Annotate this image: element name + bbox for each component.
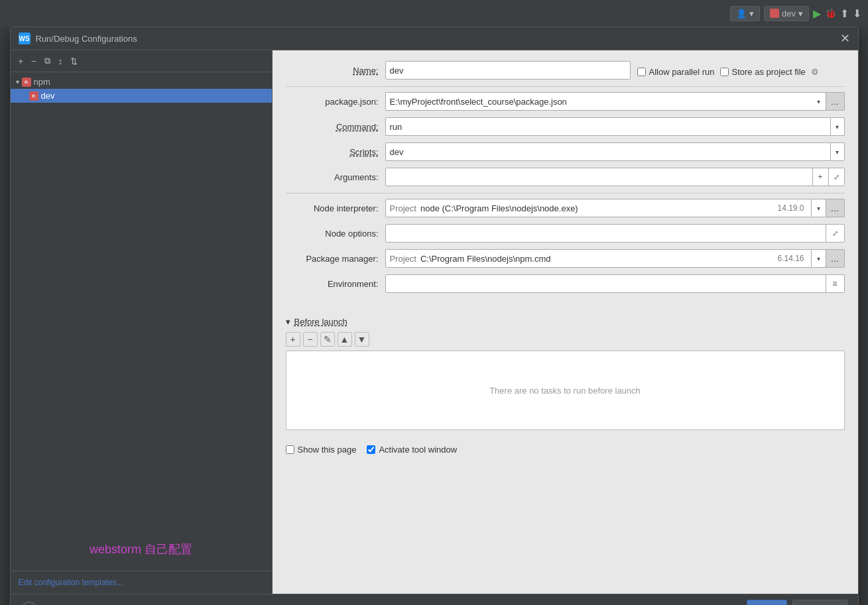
run-button[interactable]: ▶ — [813, 7, 821, 20]
before-launch-add-button[interactable]: + — [286, 332, 300, 347]
help-button[interactable]: ? — [21, 602, 37, 605]
name-label: Name: — [286, 66, 379, 76]
arguments-expand-button[interactable]: ⤢ — [829, 168, 845, 186]
edit-config-templates-link[interactable]: Edit configuration templates... — [11, 571, 272, 594]
command-dropdown-button[interactable]: ▾ — [830, 117, 845, 136]
form-section: Name: Allow parallel run Store as projec… — [273, 50, 858, 310]
show-page-label: Show this page — [298, 445, 357, 455]
dialog-titlebar: WS Run/Debug Configurations ✕ — [11, 27, 858, 50]
activate-tool-checkbox[interactable] — [367, 445, 375, 454]
tree-group-npm[interactable]: ▾ n npm — [11, 75, 272, 89]
parallel-run-section: Allow parallel run Store as project file… — [637, 64, 819, 77]
arguments-row: Arguments: + ⤢ — [286, 168, 845, 186]
command-value: run — [385, 117, 830, 136]
node-options-row: Node options: ⤢ — [286, 224, 845, 243]
copy-icon: ⧉ — [44, 56, 50, 66]
scripts-dropdown-button[interactable]: ▾ — [830, 142, 845, 161]
pkg-version-label: 6.14.16 — [777, 254, 806, 263]
node-options-field-group: ⤢ — [385, 224, 845, 243]
move-config-button[interactable]: ↕ — [56, 55, 66, 68]
ok-button[interactable]: OK — [747, 600, 787, 605]
node-options-expand-button[interactable]: ⤢ — [826, 224, 845, 243]
top-bar: 👤 ▾ dev ▾ ▶ 🐞 ⬆ ⬇ — [0, 0, 868, 27]
environment-field-group: ≡ — [385, 274, 845, 293]
command-label: Command: — [286, 122, 379, 132]
cancel-button[interactable]: Cancel — [792, 600, 847, 605]
profile-coverage-button[interactable]: ⬆ — [840, 7, 849, 20]
store-project-settings-icon[interactable]: ⚙ — [811, 67, 819, 77]
package-json-field-group: E:\myProject\front\select_course\package… — [385, 92, 845, 111]
package-json-browse-button[interactable]: … — [826, 92, 845, 111]
before-launch-section: ▾ Before launch + − ✎ ▲ ▼ There are no t… — [273, 310, 858, 437]
store-project-label[interactable]: Store as project file — [720, 67, 806, 77]
node-interpreter-row: Node interpreter: Project node (C:\Progr… — [286, 199, 845, 217]
store-project-checkbox[interactable] — [720, 68, 729, 76]
before-launch-up-button[interactable]: ▲ — [338, 332, 352, 347]
node-version-label: 14.19.0 — [777, 203, 806, 213]
scripts-field-group: dev ▾ — [385, 142, 845, 161]
node-options-input[interactable] — [385, 224, 826, 243]
separator-2 — [286, 193, 845, 193]
node-interpreter-dropdown-button[interactable]: ▾ — [812, 199, 826, 217]
add-config-button[interactable]: + — [16, 55, 27, 68]
config-arrow: ▾ — [798, 9, 803, 19]
allow-parallel-checkbox[interactable] — [637, 68, 646, 76]
node-project-tag: Project — [390, 203, 416, 213]
copy-config-button[interactable]: ⧉ — [42, 54, 53, 68]
dev-config-button[interactable]: dev ▾ — [764, 6, 809, 21]
node-interpreter-browse-button[interactable]: … — [826, 199, 845, 217]
before-launch-edit-button[interactable]: ✎ — [320, 332, 335, 347]
show-page-checkbox[interactable] — [286, 445, 294, 454]
tree-arrow-icon: ▾ — [16, 78, 19, 85]
close-button[interactable]: ✕ — [840, 32, 850, 44]
environment-browse-button[interactable]: ≡ — [826, 274, 845, 293]
node-interpreter-value: Project node (C:\Program Files\nodejs\no… — [385, 199, 812, 217]
environment-row: Environment: ≡ — [286, 274, 845, 293]
dialog-body: + − ⧉ ↕ ⇅ ▾ n npm — [11, 50, 858, 594]
right-panel: Name: Allow parallel run Store as projec… — [273, 50, 858, 594]
show-page-checkbox-label[interactable]: Show this page — [286, 445, 357, 455]
before-launch-remove-button[interactable]: − — [303, 332, 318, 347]
node-interpreter-label: Node interpreter: — [286, 203, 379, 213]
sort-icon: ⇅ — [70, 56, 78, 66]
more-actions-button[interactable]: ⬇ — [853, 7, 861, 20]
config-tree: ▾ n npm n dev — [11, 72, 272, 528]
profile-button[interactable]: 👤 ▾ — [730, 6, 760, 21]
scripts-row: Scripts: dev ▾ — [286, 142, 845, 161]
package-manager-label: Package manager: — [286, 254, 379, 264]
arguments-input[interactable] — [385, 168, 813, 186]
bottom-checkboxes: Show this page Activate tool window — [273, 437, 858, 463]
npm-icon — [770, 9, 779, 18]
tree-item-label: dev — [41, 91, 55, 101]
name-input[interactable] — [385, 61, 631, 80]
package-json-dropdown-button[interactable]: ▾ — [812, 92, 826, 111]
package-manager-dropdown-button[interactable]: ▾ — [812, 249, 826, 268]
activate-tool-checkbox-label[interactable]: Activate tool window — [367, 445, 457, 455]
remove-config-button[interactable]: − — [29, 55, 39, 68]
separator-1 — [286, 86, 845, 87]
profile-arrow: ▾ — [749, 9, 754, 19]
sort-config-button[interactable]: ⇅ — [68, 55, 80, 68]
allow-parallel-label[interactable]: Allow parallel run — [637, 67, 715, 77]
dev-label: dev — [782, 9, 796, 19]
arguments-add-button[interactable]: + — [813, 168, 829, 186]
arguments-icons: + ⤢ — [813, 168, 845, 186]
npm-group-icon: n — [22, 78, 31, 87]
scripts-value: dev — [385, 142, 830, 161]
package-json-value: E:\myProject\front\select_course\package… — [385, 92, 812, 111]
arguments-field-group: + ⤢ — [385, 168, 845, 186]
node-interpreter-field-group: Project node (C:\Program Files\nodejs\no… — [385, 199, 845, 217]
before-launch-arrow[interactable]: ▾ — [286, 317, 290, 327]
debug-button[interactable]: 🐞 — [825, 8, 836, 19]
minus-icon: − — [31, 56, 36, 66]
dialog-footer: ? OK Cancel — [11, 594, 858, 605]
command-row: Command: run ▾ — [286, 117, 845, 136]
before-launch-title: Before launch — [294, 317, 347, 327]
dialog-icon: WS — [19, 32, 31, 44]
tree-group-label: npm — [34, 77, 50, 87]
package-manager-browse-button[interactable]: … — [826, 249, 845, 268]
name-row: Name: Allow parallel run Store as projec… — [286, 61, 845, 80]
tree-item-dev[interactable]: n dev — [11, 89, 272, 103]
environment-input[interactable] — [385, 274, 826, 293]
before-launch-down-button[interactable]: ▼ — [355, 332, 369, 347]
